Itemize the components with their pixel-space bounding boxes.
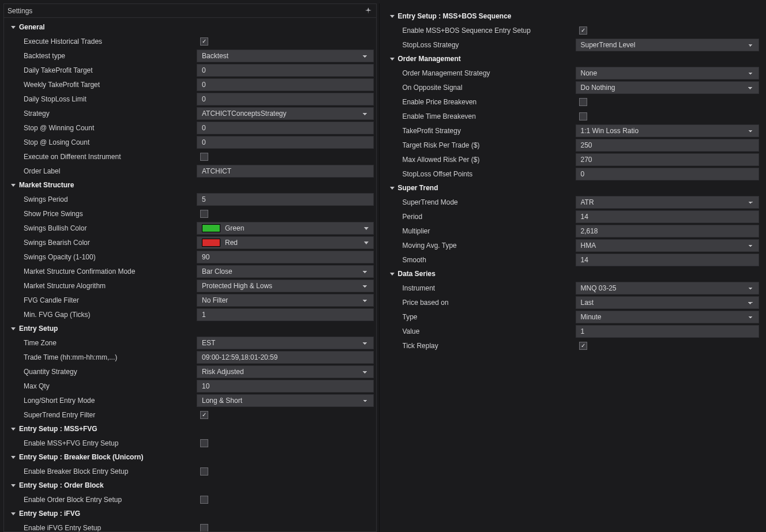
checkbox-execute-historical[interactable] [200, 37, 208, 46]
select-fvg-filter[interactable]: No Filter [197, 294, 374, 307]
input-max-risk[interactable] [576, 153, 760, 166]
select-ms-algorithm[interactable]: Protected High & Lows [197, 280, 374, 292]
panel-header: Settings [4, 4, 376, 18]
chevron-down-icon [11, 428, 16, 431]
label-enable-breaker-block: Enable Breaker Block Entry Setup [24, 467, 197, 476]
input-st-multiplier[interactable] [576, 225, 760, 237]
checkbox-supertrend-filter[interactable] [200, 411, 208, 419]
section-header-mss-fvg[interactable]: Entry Setup : MSS+FVG [4, 422, 376, 436]
select-long-short-mode[interactable]: Long & Short [197, 394, 374, 407]
input-ds-value[interactable] [576, 325, 760, 338]
select-time-zone[interactable]: EST [197, 337, 374, 349]
chevron-down-icon [390, 187, 395, 190]
label-time-zone: Time Zone [24, 339, 197, 347]
input-stop-win[interactable] [197, 122, 374, 134]
checkbox-enable-breaker-block[interactable] [200, 467, 208, 476]
checkbox-ds-tick-replay[interactable] [579, 342, 587, 350]
label-backtest-type: Backtest type [24, 52, 197, 60]
input-swings-opacity[interactable] [197, 251, 374, 263]
select-on-opposite[interactable]: Do Nothing [576, 81, 760, 94]
checkbox-enable-mss-fvg[interactable] [200, 439, 208, 447]
section-header-order-mgmt[interactable]: Order Management [383, 52, 762, 66]
label-swings-bull-color: Swings Bullish Color [24, 224, 197, 232]
section-header-data-series[interactable]: Data Series [383, 267, 762, 281]
input-stop-lose[interactable] [197, 136, 374, 149]
input-min-fvg-gap[interactable] [197, 308, 374, 321]
label-stoploss-offset: StopLoss Offset Points [403, 170, 576, 178]
checkbox-time-breakeven[interactable] [579, 112, 587, 120]
label-strategy: Strategy [24, 110, 197, 118]
label-supertrend-filter: SuperTrend Entry Filter [24, 411, 197, 419]
label-st-smooth: Smooth [403, 256, 576, 264]
input-order-label[interactable] [197, 165, 374, 178]
select-backtest-type[interactable]: Backtest [197, 50, 374, 62]
checkbox-price-breakeven[interactable] [579, 98, 587, 106]
label-daily-sl: Daily StopLoss Limit [24, 95, 197, 103]
select-swings-bear-color[interactable]: Red [197, 236, 374, 249]
select-ds-instrument[interactable]: MNQ 03-25 [576, 282, 760, 295]
section-super-trend: Super Trend SuperTrend ModeATR Period Mu… [383, 181, 762, 267]
section-header-order-block[interactable]: Entry Setup : Order Block [4, 478, 376, 492]
select-stoploss-strategy[interactable]: SuperTrend Level [576, 39, 760, 51]
label-stop-lose: Stop @ Losing Count [24, 138, 197, 146]
color-swatch-green [202, 224, 220, 232]
checkbox-exec-diff-instr[interactable] [200, 153, 208, 161]
section-entry-setup: Entry Setup Time ZoneEST Trade Time (hh:… [4, 322, 376, 422]
section-header-super-trend[interactable]: Super Trend [383, 181, 762, 195]
label-qty-strategy: Quantity Strategy [24, 368, 197, 376]
label-stoploss-strategy: StopLoss Strategy [403, 41, 576, 49]
label-execute-historical: Execute Historical Trades [24, 37, 197, 46]
label-swings-period: Swings Period [24, 195, 197, 203]
checkbox-enable-mss-bos[interactable] [579, 27, 587, 35]
label-st-matype: Moving Avg. Type [403, 242, 576, 250]
select-takeprofit-strategy[interactable]: 1:1 Win Loss Ratio [576, 124, 760, 137]
select-qty-strategy[interactable]: Risk Adjusted [197, 365, 374, 378]
section-header-market-structure[interactable]: Market Structure [4, 178, 376, 192]
section-header-mss-bos[interactable]: Entry Setup : MSS+BOS Sequence [383, 9, 762, 23]
checkbox-show-price-swings[interactable] [200, 210, 208, 218]
select-ds-type[interactable]: Minute [576, 311, 760, 323]
label-ms-algorithm: Market Structure Alogrithm [24, 282, 197, 290]
section-header-breaker-block[interactable]: Entry Setup : Breaker Block (Unicorn) [4, 450, 376, 464]
label-target-risk: Target Risk Per Trade ($) [403, 141, 576, 149]
input-swings-period[interactable] [197, 193, 374, 206]
label-min-fvg-gap: Min. FVG Gap (Ticks) [24, 311, 197, 319]
input-st-period[interactable] [576, 210, 760, 223]
input-weekly-tp[interactable] [197, 78, 374, 91]
select-confirmation-mode[interactable]: Bar Close [197, 265, 374, 278]
label-ds-value: Value [403, 327, 576, 335]
label-st-mode: SuperTrend Mode [403, 198, 576, 206]
select-st-matype[interactable]: HMA [576, 239, 760, 252]
section-header-ifvg[interactable]: Entry Setup : iFVG [4, 507, 376, 520]
chevron-down-icon [390, 58, 395, 61]
label-enable-ifvg: Enable iFVG Entry Setup [24, 524, 197, 532]
checkbox-enable-order-block[interactable] [200, 496, 208, 504]
input-daily-sl[interactable] [197, 93, 374, 105]
label-time-breakeven: Enable Time Breakeven [403, 112, 576, 120]
label-order-label: Order Label [24, 167, 197, 175]
label-exec-diff-instr: Execute on Different Instrument [24, 153, 197, 161]
select-om-strategy[interactable]: None [576, 67, 760, 80]
label-takeprofit-strategy: TakeProfit Strategy [403, 127, 576, 135]
chevron-down-icon [11, 512, 16, 515]
label-max-qty: Max Qty [24, 382, 197, 390]
label-st-multiplier: Multiplier [403, 227, 576, 235]
label-show-price-swings: Show Price Swings [24, 210, 197, 218]
select-swings-bull-color[interactable]: Green [197, 222, 374, 235]
select-st-mode[interactable]: ATR [576, 196, 760, 209]
input-daily-tp[interactable] [197, 64, 374, 77]
input-trade-time[interactable] [197, 351, 374, 364]
label-ds-type: Type [403, 313, 576, 321]
input-st-smooth[interactable] [576, 254, 760, 266]
section-header-entry-setup[interactable]: Entry Setup [4, 322, 376, 335]
select-strategy[interactable]: ATCHICTConceptsStrategy [197, 107, 374, 120]
input-stoploss-offset[interactable] [576, 168, 760, 180]
label-long-short-mode: Long/Short Entry Mode [24, 397, 197, 405]
input-target-risk[interactable] [576, 139, 760, 152]
input-max-qty[interactable] [197, 380, 374, 393]
select-ds-price-based[interactable]: Last [576, 296, 760, 309]
checkbox-enable-ifvg[interactable] [200, 524, 208, 532]
section-header-general[interactable]: General [4, 20, 376, 34]
pin-icon[interactable] [365, 7, 373, 15]
label-weekly-tp: Weekly TakeProfit Target [24, 81, 197, 89]
